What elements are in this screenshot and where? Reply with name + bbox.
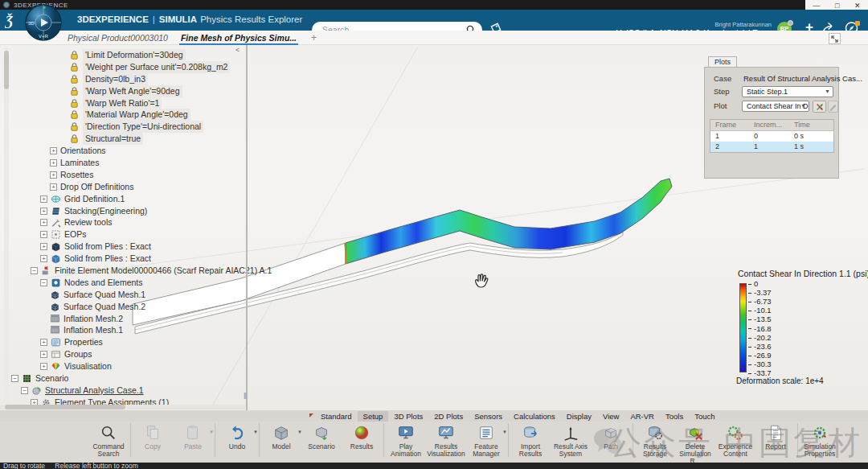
collapse-icon[interactable]: − <box>31 267 38 274</box>
tree-item[interactable]: +Drop Off Definitions <box>11 181 252 193</box>
model-button[interactable]: ▼Model <box>261 422 301 450</box>
results-storage-button[interactable]: Results Storage <box>635 422 675 465</box>
ribbon-tab-display[interactable]: Display <box>561 411 597 422</box>
ribbon-tab-standard[interactable]: Standard <box>315 411 358 422</box>
ribbon-tab-touch[interactable]: Touch <box>689 411 720 422</box>
expand-icon[interactable]: + <box>50 183 57 191</box>
tree-item[interactable]: +Grid Definition.1 <box>11 193 252 205</box>
tree-item[interactable]: −Structural Analysis Case.1 <box>11 385 252 397</box>
expand-icon[interactable]: + <box>40 231 47 238</box>
tree-item[interactable]: +Stacking(Engineering) <box>11 205 252 217</box>
pan-hand-cursor <box>476 274 488 287</box>
delete-simulation-button[interactable]: Delete Simulation R... <box>675 422 715 465</box>
tree-item[interactable]: +Solid from Plies : Exact <box>11 253 252 265</box>
tree-item[interactable]: Structural=true <box>11 133 252 145</box>
tree-item[interactable]: +Visualisation <box>11 360 252 372</box>
splitter-grip[interactable]: ‖ <box>244 391 250 402</box>
3d-viewport[interactable]: 'Limit Deformation'=30deg'Weight per Sur… <box>0 45 868 410</box>
path-button[interactable]: Path <box>591 422 631 458</box>
tree-item[interactable]: Inflation Mesh.2 <box>11 313 252 325</box>
tree-item[interactable]: 'Material Warp Angle'=0deg <box>11 109 252 121</box>
expand-icon[interactable]: + <box>40 208 47 215</box>
tree-item[interactable]: Surface Quad Mesh.1 <box>11 289 252 301</box>
properties-icon <box>51 337 61 348</box>
tree-vertical-scrollbar[interactable] <box>4 48 9 405</box>
toolbar-separator <box>215 423 215 457</box>
tree-item[interactable]: +Review tools <box>11 216 252 228</box>
tree-horizontal-scrollbar[interactable] <box>0 405 246 409</box>
tree-item[interactable]: +Properties <box>11 336 252 348</box>
plots-panel-tab[interactable]: Plots <box>708 56 737 68</box>
tree-item[interactable]: −Scenario <box>11 372 252 385</box>
expand-icon[interactable]: + <box>40 255 47 262</box>
play-animation-button[interactable]: Play Animation <box>386 422 426 465</box>
ribbon-tab-view[interactable]: View <box>597 411 624 422</box>
ribbon-tab-2d-plots[interactable]: 2D Plots <box>428 411 469 422</box>
tree-item-label: Density=0lb_in3 <box>83 73 148 85</box>
tree-item[interactable]: 'Warp Weft Ratio'=1 <box>11 97 252 109</box>
tree-item[interactable]: 'Direction Type'=Uni-directional <box>11 121 252 133</box>
ribbon-tab-ar-vr[interactable]: AR-VR <box>624 411 660 422</box>
edit-plot-button[interactable] <box>828 101 838 113</box>
brand-divider: | <box>153 14 155 24</box>
ribbon-tab-setup[interactable]: Setup <box>358 411 389 422</box>
tree-item[interactable]: 'Limit Deformation'=30deg <box>11 49 252 61</box>
scenario-cube-button[interactable]: Scenario <box>301 422 342 450</box>
ribbon-tab-3d-plots[interactable]: 3D Plots <box>388 411 428 422</box>
results-visualization-button[interactable]: Results Visualization ... <box>426 422 466 465</box>
frame-row[interactable]: 211 s <box>710 142 833 152</box>
chevron-down-icon[interactable]: ▼ <box>209 430 214 434</box>
tree-item[interactable]: +Groups <box>11 348 252 360</box>
step-dropdown[interactable]: Static Step.1▼ <box>742 86 833 97</box>
ribbon-tab-sensors[interactable]: Sensors <box>469 411 508 422</box>
frame-row[interactable]: 100 s <box>710 131 833 142</box>
tree-item[interactable]: +Orientations <box>11 145 252 157</box>
results-ball-button[interactable]: Results <box>342 422 382 450</box>
ribbon-tab-calculations[interactable]: Calculations <box>508 411 561 422</box>
tree-item[interactable]: 'Warp Weft Angle'=90deg <box>11 85 252 97</box>
tree-item[interactable]: +Laminates <box>11 157 252 169</box>
3dexperience-compass[interactable]: 3D V+R <box>24 3 63 42</box>
collapse-panel-icon[interactable] <box>829 33 841 44</box>
plot-dropdown[interactable]: Contact Shear In Directi...▼ <box>742 101 809 112</box>
tree-item[interactable]: +Solid from Plies : Exact <box>11 241 252 253</box>
tree-item[interactable]: −Nodes and Elements <box>11 277 252 289</box>
report-button[interactable]: Report <box>755 422 796 465</box>
chevron-down-icon[interactable]: ▼ <box>253 430 258 434</box>
expand-icon[interactable]: + <box>40 243 47 250</box>
tab-fine-mesh[interactable]: Fine Mesh of Physics Simu... <box>181 33 297 43</box>
tree-item[interactable]: −Finite Element Model00000466 (Scarf Rep… <box>11 265 252 277</box>
tree-splitter[interactable] <box>246 45 248 410</box>
expand-icon[interactable]: + <box>40 363 47 370</box>
expand-icon[interactable]: + <box>40 195 47 203</box>
collapse-tree-chevron[interactable]: < <box>235 46 240 54</box>
tree-item[interactable]: Density=0lb_in3 <box>11 73 252 85</box>
add-tab-button[interactable]: + <box>311 32 317 43</box>
tree-item[interactable]: +EOPs <box>11 228 252 241</box>
expand-icon[interactable]: + <box>40 351 47 358</box>
expand-icon[interactable]: + <box>40 219 47 226</box>
ribbon-tab-tools[interactable]: Tools <box>660 411 689 422</box>
result-axis-button[interactable]: Result Axis System <box>551 422 591 458</box>
tree-item[interactable]: Surface Quad Mesh.2 <box>11 301 252 313</box>
tree-item[interactable]: Inflation Mesh.1 <box>11 324 252 336</box>
tree-item[interactable]: +Rosettes <box>11 169 252 181</box>
tab-physical-product[interactable]: Physical Product00003010 <box>68 33 168 43</box>
collapse-icon[interactable]: − <box>21 387 28 394</box>
chevron-down-icon[interactable]: ▼ <box>502 430 507 434</box>
tree-item[interactable]: 'Weight per Surface unit'=0.208kg_m2 <box>11 61 252 73</box>
undo-button[interactable]: ▼Undo <box>217 422 257 450</box>
import-results-button[interactable]: Import Results <box>510 422 551 458</box>
expand-icon[interactable]: + <box>50 147 57 154</box>
collapse-icon[interactable]: − <box>11 375 18 382</box>
toolbar-button-label: Result Axis System <box>551 443 591 458</box>
command-search-button[interactable]: Command Search <box>88 422 129 458</box>
experience-content-button[interactable]: Experience Content <box>715 422 755 465</box>
expand-icon[interactable]: + <box>50 159 57 167</box>
feature-manager-button[interactable]: ▼Feature Manager <box>466 422 506 465</box>
collapse-icon[interactable]: − <box>40 279 47 286</box>
expand-icon[interactable]: + <box>40 339 47 346</box>
update-plot-button[interactable] <box>813 101 826 113</box>
expand-icon[interactable]: + <box>50 171 57 179</box>
simulation-properties-button[interactable]: Simulation Properties <box>800 422 840 458</box>
